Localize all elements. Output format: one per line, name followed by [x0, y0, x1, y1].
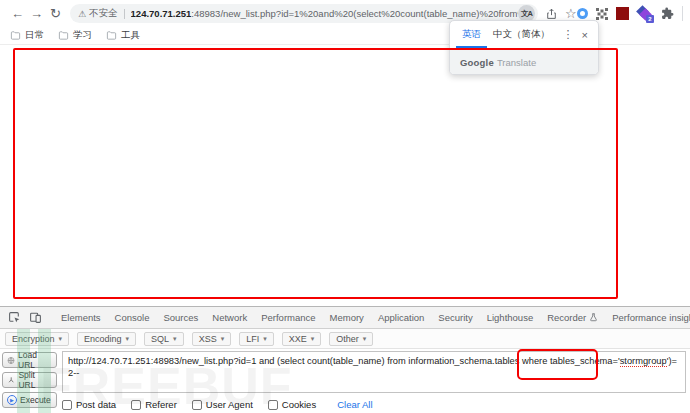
- play-icon: ▶: [7, 395, 17, 405]
- tab-performance-insights[interactable]: Performance insights: [605, 307, 690, 328]
- url-text[interactable]: 124.70.71.251:48983/new_list.php?id=1%20…: [131, 8, 518, 19]
- chevron-down-icon: ▾: [126, 335, 130, 343]
- menu-sql[interactable]: SQL▾: [144, 332, 184, 346]
- devtools-tabbar: Elements Console Sources Network Perform…: [0, 307, 690, 329]
- dark-red-square-extension-icon[interactable]: [616, 7, 629, 20]
- reload-icon: ↻: [50, 6, 61, 21]
- forward-button[interactable]: →: [27, 4, 46, 23]
- folder-icon: [106, 30, 117, 41]
- cookies-checkbox[interactable]: Cookies: [268, 399, 316, 410]
- translate-options-button[interactable]: ⋮: [559, 21, 578, 48]
- checkbox-icon: [192, 400, 202, 410]
- checkbox-icon: [268, 400, 278, 410]
- puzzle-extensions-icon[interactable]: [661, 7, 674, 20]
- tab-lighthouse[interactable]: Lighthouse: [480, 307, 540, 328]
- devtools-panel: Elements Console Sources Network Perform…: [0, 306, 690, 413]
- url-host: 124.70.71.251: [131, 8, 192, 19]
- chevron-down-icon: ▾: [363, 335, 367, 343]
- kebab-icon: ⋮: [563, 28, 574, 41]
- translate-tab-chinese[interactable]: 中文（简体）: [487, 21, 556, 48]
- url-path: :48983/new_list.php?id=1%20and%20(select…: [191, 8, 518, 19]
- share-button[interactable]: [545, 7, 558, 20]
- payload-highlighted-word: stormgroup: [620, 356, 667, 367]
- extension-badge: 2: [646, 15, 654, 23]
- user-agent-checkbox[interactable]: User Agent: [192, 399, 253, 410]
- tab-recorder[interactable]: Recorder: [540, 307, 605, 328]
- security-label[interactable]: 不安全: [89, 7, 118, 20]
- folder-icon: [58, 30, 69, 41]
- menu-xxe[interactable]: XXE▾: [282, 332, 322, 346]
- chevron-down-icon: ▾: [59, 335, 63, 343]
- menu-encryption[interactable]: Encryption▾: [5, 332, 69, 346]
- bookmark-label: 学习: [73, 29, 92, 42]
- tab-console[interactable]: Console: [108, 307, 157, 328]
- bookmark-folder-tools[interactable]: 工具: [106, 29, 140, 42]
- share-icon: [545, 7, 558, 20]
- address-divider: [124, 9, 125, 19]
- experiment-flask-icon: [589, 313, 598, 322]
- bookmark-label: 日常: [25, 29, 44, 42]
- folder-icon: [10, 30, 21, 41]
- post-data-checkbox[interactable]: Post data: [62, 399, 116, 410]
- globe-icon: [7, 356, 15, 365]
- bookmark-folder-daily[interactable]: 日常: [10, 29, 44, 42]
- split-icon: [7, 376, 15, 385]
- back-icon: ←: [11, 6, 24, 21]
- not-secure-warning-icon: ⚠: [78, 9, 86, 19]
- hackbar-extension-icon[interactable]: 2: [637, 6, 653, 22]
- checkbox-icon: [62, 400, 72, 410]
- hackbar-url-textarea[interactable]: http://124.70.71.251:48983/new_list.php?…: [62, 351, 686, 393]
- payload-before: http://124.70.71.251:48983/new_list.php?…: [68, 356, 620, 366]
- forward-icon: →: [30, 6, 43, 21]
- menu-lfi[interactable]: LFI▾: [239, 332, 274, 346]
- tab-elements[interactable]: Elements: [54, 307, 108, 328]
- inspect-element-button[interactable]: [4, 307, 25, 328]
- chevron-down-icon: ▾: [173, 335, 177, 343]
- tab-network[interactable]: Network: [205, 307, 254, 328]
- device-toolbar-icon: [29, 311, 42, 324]
- chevron-down-icon: ▾: [311, 335, 315, 343]
- load-url-button[interactable]: Load URL: [2, 352, 57, 368]
- menu-xss[interactable]: XSS▾: [192, 332, 232, 346]
- chevron-down-icon: ▾: [263, 335, 267, 343]
- bookmark-star-button[interactable]: ☆: [565, 7, 577, 20]
- translate-tab-english[interactable]: 英语: [456, 21, 487, 48]
- translate-popup-tabs: 英语 中文（简体） ⋮ ×: [450, 21, 598, 48]
- referer-checkbox[interactable]: Referer: [131, 399, 177, 410]
- tab-memory[interactable]: Memory: [323, 307, 371, 328]
- menu-encoding[interactable]: Encoding▾: [77, 332, 136, 346]
- bookmark-folder-study[interactable]: 学习: [58, 29, 92, 42]
- hackbar-options-row: Post data Referer User Agent Cookies Cle…: [62, 399, 373, 410]
- chevron-down-icon: ▾: [221, 335, 225, 343]
- clear-all-link[interactable]: Clear All: [337, 399, 372, 410]
- tab-security[interactable]: Security: [431, 307, 479, 328]
- reload-button[interactable]: ↻: [46, 4, 65, 23]
- blue-ring-extension-icon[interactable]: [577, 8, 588, 19]
- tab-performance[interactable]: Performance: [254, 307, 322, 328]
- google-logo-text: Google: [460, 57, 494, 68]
- tab-sources[interactable]: Sources: [156, 307, 205, 328]
- split-url-button[interactable]: Split URL: [2, 372, 57, 388]
- bookmark-label: 工具: [121, 29, 140, 42]
- translate-word: Translate: [497, 57, 536, 68]
- checker-grid-extension-icon[interactable]: [596, 8, 608, 20]
- translate-popup-footer: Google Translate: [450, 48, 598, 75]
- hackbar-menubar: Encryption▾ Encoding▾ SQL▾ XSS▾ LFI▾ XXE…: [0, 329, 690, 349]
- back-button[interactable]: ←: [8, 4, 27, 23]
- page-content: [0, 45, 690, 306]
- checkbox-icon: [131, 400, 141, 410]
- toolbar-divider: [682, 6, 683, 21]
- tab-application[interactable]: Application: [371, 307, 431, 328]
- star-icon: ☆: [565, 7, 577, 20]
- device-toolbar-button[interactable]: [25, 307, 46, 328]
- execute-button[interactable]: ▶ Execute: [2, 392, 57, 408]
- close-icon: ×: [582, 29, 588, 41]
- menu-other[interactable]: Other▾: [329, 332, 373, 346]
- hackbar-button-column: Load URL Split URL ▶ Execute: [2, 352, 57, 408]
- hackbar-body: Load URL Split URL ▶ Execute http://124.…: [0, 349, 690, 413]
- translate-popup: 英语 中文（简体） ⋮ × Google Translate: [449, 20, 599, 75]
- inspect-cursor-icon: [8, 311, 21, 324]
- translate-close-button[interactable]: ×: [578, 21, 592, 48]
